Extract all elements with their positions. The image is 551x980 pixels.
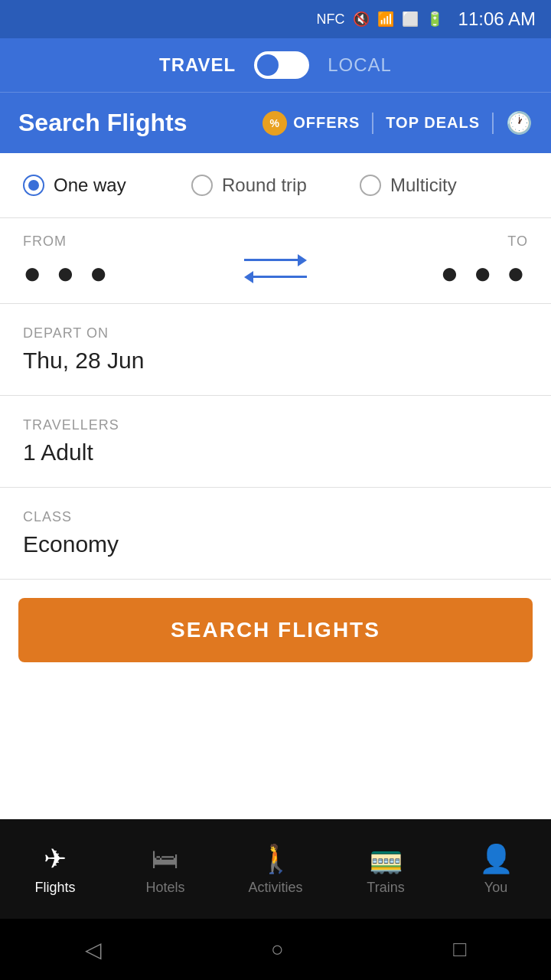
trains-nav-label: Trains (367, 880, 404, 896)
travellers-value: 1 Adult (23, 439, 528, 466)
search-flights-button[interactable]: SEARCH FLIGHTS (18, 598, 533, 662)
header-divider (372, 113, 373, 134)
trains-icon: 🚃 (369, 843, 403, 875)
battery-saver-icon: ⬜ (402, 11, 419, 28)
header: Search Flights % OFFERS TOP DEALS 🕐 (0, 92, 551, 153)
mode-bar: TRAVEL LOCAL (0, 38, 551, 92)
one-way-option[interactable]: One way (23, 175, 191, 196)
you-nav-label: You (484, 880, 507, 896)
from-value: ● ● ● (23, 257, 229, 288)
swap-icon[interactable] (244, 239, 307, 283)
search-btn-section: SEARCH FLIGHTS (0, 580, 551, 681)
to-field[interactable]: TO ● ● ● (322, 234, 528, 288)
offers-label: OFFERS (293, 114, 360, 132)
bottom-nav: ✈ Flights 🛏 Hotels 🚶 Activities 🚃 Trains… (0, 819, 551, 919)
android-nav: ◁ ○ □ (0, 919, 551, 980)
nfc-icon: NFC (317, 11, 345, 28)
nav-item-hotels[interactable]: 🛏 Hotels (110, 835, 220, 903)
offers-button[interactable]: % OFFERS (262, 111, 360, 136)
travellers-section[interactable]: TRAVELLERS 1 Adult (0, 396, 551, 488)
local-mode-label[interactable]: LOCAL (328, 54, 392, 76)
activities-nav-label: Activities (248, 880, 302, 896)
status-icons: NFC 🔇 📶 ⬜ 🔋 (317, 11, 443, 28)
recent-button[interactable]: □ (453, 937, 466, 962)
to-value: ● ● ● (322, 257, 528, 288)
header-actions: % OFFERS TOP DEALS 🕐 (262, 110, 533, 136)
multicity-label: Multicity (390, 175, 457, 196)
page-title: Search Flights (18, 109, 262, 137)
from-to-section: FROM ● ● ● TO ● ● ● (0, 218, 551, 304)
to-label: TO (322, 234, 528, 250)
you-icon: 👤 (479, 843, 514, 875)
toggle-knob (257, 54, 279, 76)
class-label: CLASS (23, 509, 528, 525)
wifi-icon: 📶 (377, 11, 394, 28)
class-section[interactable]: CLASS Economy (0, 488, 551, 580)
one-way-radio-inner (28, 180, 39, 191)
from-field[interactable]: FROM ● ● ● (23, 234, 229, 288)
from-label: FROM (23, 234, 229, 250)
arrow-left (244, 271, 307, 283)
nav-item-you[interactable]: 👤 You (441, 835, 551, 903)
history-icon[interactable]: 🕐 (506, 110, 533, 136)
travellers-label: TRAVELLERS (23, 417, 528, 433)
class-value: Economy (23, 531, 528, 557)
status-time: 11:06 AM (458, 8, 536, 30)
status-bar: NFC 🔇 📶 ⬜ 🔋 11:06 AM (0, 0, 551, 38)
multicity-option[interactable]: Multicity (360, 175, 528, 196)
flights-icon: ✈ (44, 843, 67, 875)
battery-icon: 🔋 (426, 11, 443, 28)
trip-type-section: One way Round trip Multicity (0, 153, 551, 218)
header-divider-2 (492, 113, 494, 134)
nav-item-trains[interactable]: 🚃 Trains (331, 835, 441, 903)
offers-icon: % (262, 111, 287, 136)
top-deals-button[interactable]: TOP DEALS (386, 114, 480, 132)
round-trip-label: Round trip (222, 175, 307, 196)
round-trip-radio[interactable] (191, 175, 213, 196)
back-button[interactable]: ◁ (85, 937, 102, 962)
depart-on-label: DEPART ON (23, 325, 528, 341)
hotels-icon: 🛏 (152, 843, 179, 875)
nav-item-activities[interactable]: 🚶 Activities (220, 835, 331, 903)
depart-on-value: Thu, 28 Jun (23, 348, 528, 374)
one-way-radio[interactable] (23, 175, 44, 196)
nav-item-flights[interactable]: ✈ Flights (0, 835, 110, 903)
depart-on-section[interactable]: DEPART ON Thu, 28 Jun (0, 304, 551, 396)
flights-nav-label: Flights (34, 880, 75, 896)
mode-toggle[interactable] (254, 51, 309, 79)
activities-icon: 🚶 (259, 843, 293, 875)
arrow-right (244, 254, 307, 266)
hotels-nav-label: Hotels (145, 880, 184, 896)
round-trip-option[interactable]: Round trip (191, 175, 360, 196)
main-content: One way Round trip Multicity FROM ● ● ● (0, 153, 551, 819)
travel-mode-label[interactable]: TRAVEL (159, 54, 236, 76)
one-way-label: One way (54, 175, 126, 196)
home-button[interactable]: ○ (271, 937, 284, 962)
multicity-radio[interactable] (360, 175, 381, 196)
mute-icon: 🔇 (353, 11, 370, 28)
